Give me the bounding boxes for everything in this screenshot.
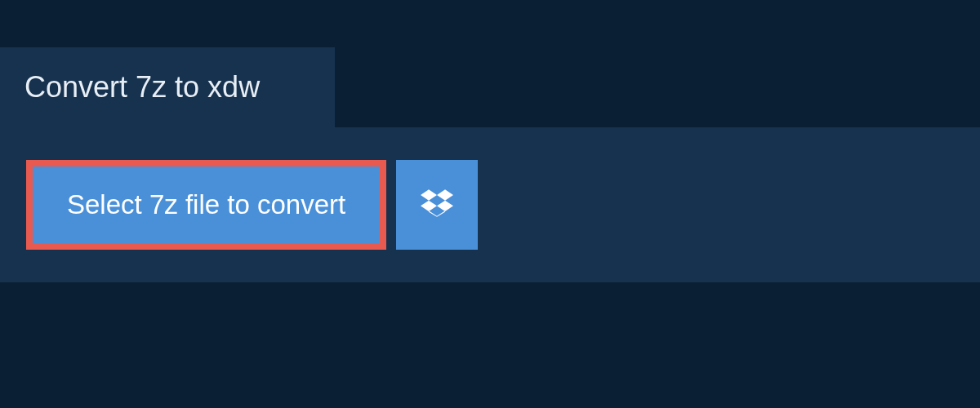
page-title-tab: Convert 7z to xdw bbox=[0, 47, 335, 127]
upload-panel: Select 7z file to convert bbox=[0, 127, 980, 282]
button-row: Select 7z file to convert bbox=[26, 160, 954, 250]
dropbox-icon bbox=[421, 187, 453, 223]
dropbox-button[interactable] bbox=[396, 160, 478, 250]
select-file-button[interactable]: Select 7z file to convert bbox=[26, 160, 386, 250]
